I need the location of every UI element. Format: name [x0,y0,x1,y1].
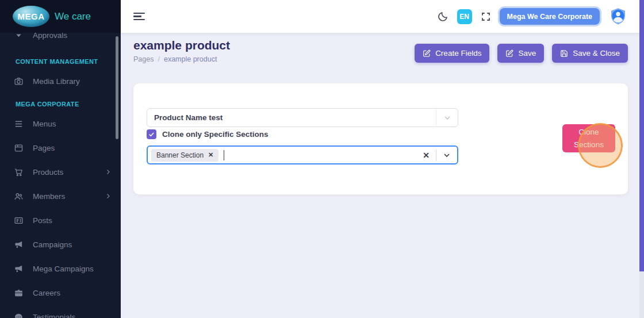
breadcrumb-parent[interactable]: Pages [133,55,154,63]
chevron-down-icon[interactable] [436,151,457,160]
sidebar-toggle-icon[interactable] [133,13,145,21]
sidebar-item-label: Campaigns [33,240,72,249]
sidebar-item-label: Products [33,168,63,177]
create-fields-button[interactable]: Create Fields [415,44,489,63]
sidebar-item-label: Menus [33,120,56,128]
sidebar-item-careers[interactable]: Careers [0,285,121,301]
page-scrollbar-thumb[interactable] [639,0,644,271]
text-cursor [224,150,224,160]
check-icon [148,131,155,137]
sidebar-item-members[interactable]: Members [0,188,121,204]
page-scrollbar[interactable] [639,0,644,318]
sidebar-item-label: Pages [33,144,55,152]
section-heading-content-management: CONTENT MANAGEMENT [0,57,121,66]
camera-icon [14,76,24,86]
page-title: example product [133,39,230,52]
main-content: example product Pages / example product … [121,33,639,318]
sidebar-item-approvals[interactable]: Approvals [0,33,121,43]
chevron-down-icon[interactable] [436,109,458,127]
product-name-select[interactable]: Product Name test [147,108,458,127]
sidebar-scrollbar-thumb[interactable] [116,36,118,139]
breadcrumb-current: example product [164,55,217,63]
brand-logo[interactable]: MEGA We care [0,0,121,33]
sidebar-item-label: Careers [33,289,60,297]
button-label: Save [518,49,536,58]
newspaper-icon [14,216,24,225]
megaphone-icon [14,264,24,274]
briefcase-icon [14,288,24,298]
product-name-select-value: Product Name test [147,113,223,122]
chevron-right-icon [105,168,112,175]
edit-icon [505,49,513,58]
fullscreen-icon[interactable] [481,12,491,22]
sidebar-item-campaigns[interactable]: Campaigns [0,236,121,252]
cart-icon [14,167,24,177]
sections-multiselect[interactable]: Banner Section ✕ ✕ [147,145,458,164]
megaphone-icon [14,240,24,250]
window-icon [14,143,24,153]
selected-section-tag: Banner Section ✕ [151,149,218,162]
user-avatar-icon[interactable] [608,7,628,26]
sidebar-item-posts[interactable]: Posts [0,212,121,228]
chat-icon [14,312,24,318]
top-header: EN Mega We Care Corporate [121,0,639,33]
sidebar-item-label: Media Library [33,77,80,86]
sidebar-item-mega-campaigns[interactable]: Mega Campaigns [0,260,121,277]
language-badge[interactable]: EN [457,9,472,24]
floppy-icon [560,49,568,58]
button-label: Save & Close [573,49,620,58]
breadcrumb: Pages / example product [133,55,217,63]
save-and-close-button[interactable]: Save & Close [552,44,628,63]
mega-logo-icon: MEGA [13,6,49,27]
logo-tagline: We care [55,11,91,22]
tag-label: Banner Section [156,151,204,159]
chevron-down-icon [14,33,24,40]
sidebar-item-label: Approvals [33,33,67,40]
clone-specific-sections-label: Clone only Specific Sections [162,130,269,139]
clone-specific-sections-checkbox[interactable] [147,129,156,139]
remove-tag-icon[interactable]: ✕ [208,151,213,159]
breadcrumb-separator: / [158,55,159,63]
sidebar: MEGA We care Approvals CONTENT MANAGEMEN… [0,0,121,318]
sidebar-item-media-library[interactable]: Media Library [0,73,121,89]
clone-form-card: Product Name test Clone only Specific Se… [133,83,628,194]
chevron-right-icon [105,193,112,200]
sidebar-item-label: Testimonials [33,313,75,318]
sidebar-item-products[interactable]: Products [0,164,121,180]
sidebar-item-testimonials[interactable]: Testimonials [0,309,121,318]
sidebar-item-menus[interactable]: Menus [0,116,121,132]
people-icon [14,191,24,201]
sidebar-item-label: Mega Campaigns [33,265,94,273]
edit-icon [423,49,431,58]
dark-mode-moon-icon[interactable] [437,11,448,22]
corporate-switcher-button[interactable]: Mega We Care Corporate [500,8,600,25]
logo-text: MEGA [18,12,45,21]
page-actions: Create Fields Save Save & Close [415,44,628,63]
section-heading-mega-corporate: MEGA CORPORATE [0,99,121,109]
menu-icon [14,119,24,129]
clear-all-icon[interactable]: ✕ [416,151,436,160]
sidebar-item-label: Members [33,192,65,201]
sidebar-item-label: Posts [33,216,52,225]
clone-sections-button[interactable]: Clone Sections [562,124,615,152]
clone-specific-sections-row: Clone only Specific Sections [147,129,269,139]
button-label: Create Fields [435,49,481,58]
sidebar-nav: Approvals CONTENT MANAGEMENT Media Libra… [0,33,121,318]
sidebar-item-pages[interactable]: Pages [0,140,121,156]
save-button[interactable]: Save [497,44,544,63]
